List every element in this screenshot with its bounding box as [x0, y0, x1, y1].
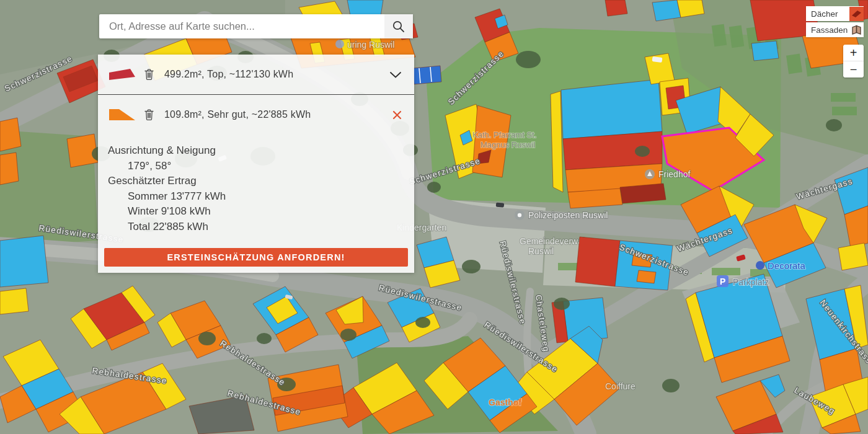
chevron-down-icon — [389, 71, 402, 78]
roof-shape-red-icon — [108, 67, 136, 82]
roof-row-1[interactable]: 499.2m², Top, ~112'130 kWh — [98, 55, 414, 94]
roof-shape-orange-icon — [108, 107, 136, 122]
parking-icon: P — [720, 277, 725, 286]
roof-summary-2: 109.8m², Sehr gut, ~22'885 kWh — [164, 109, 390, 120]
search-button[interactable] — [384, 14, 413, 38]
layer-fassaden-button[interactable]: Fassaden — [806, 22, 864, 37]
svg-text:Ruswil: Ruswil — [528, 246, 554, 256]
search-icon — [392, 20, 405, 33]
roof-summary-1: 499.2m², Top, ~112'130 kWh — [164, 69, 387, 80]
collapse-roof-1-button[interactable] — [387, 69, 404, 81]
search-bar — [99, 14, 413, 38]
yield-title: Geschätzter Ertrag — [108, 174, 404, 189]
poi-pfarramt: Kath. Pfarramt St. — [472, 130, 536, 140]
search-input[interactable] — [99, 14, 384, 38]
roof-selection-panel: 499.2m², Top, ~112'130 kWh 109.8m², Sehr… — [98, 55, 414, 273]
poi-partial: uring Ruswil — [347, 40, 394, 50]
delete-roof-2-button[interactable] — [141, 107, 157, 123]
trash-icon — [144, 69, 154, 81]
poi-polizeiposten: Polizeiposten Ruswil — [528, 210, 608, 220]
close-icon — [392, 110, 402, 120]
request-estimate-button[interactable]: ERSTEINSCHÄTZUNG ANFORDERN! — [104, 248, 408, 267]
fassaden-label: Fassaden — [806, 25, 848, 35]
yield-summer: Sommer 13'777 kWh — [108, 189, 404, 205]
remove-roof-2-button[interactable] — [390, 108, 404, 122]
layer-toggle: Dächer Fassaden — [806, 6, 864, 38]
app-window: Gemeindeverwaltung Ruswil — [0, 0, 868, 434]
poi-friedhof: Friedhof — [658, 169, 690, 179]
yield-total: Total 22'885 kWh — [108, 219, 404, 235]
poi-coiffure: Coiffure — [605, 381, 636, 391]
poi-decorata: Decorata — [768, 260, 806, 271]
orientation-title: Ausrichtung & Neigung — [108, 143, 404, 159]
facades-layer-icon — [849, 23, 864, 37]
roof-row-2[interactable]: 109.8m², Sehr gut, ~22'885 kWh — [98, 95, 414, 135]
daecher-label: Dächer — [806, 9, 838, 19]
orientation-value: 179°, 58° — [108, 159, 404, 174]
svg-text:Magnus Ruswil: Magnus Ruswil — [480, 140, 535, 149]
yield-winter: Winter 9'108 kWh — [108, 204, 404, 219]
zoom-in-button[interactable]: + — [843, 45, 864, 61]
map-zoom-control: + − — [843, 45, 864, 78]
poi-gasthof: Gasthof — [489, 397, 521, 407]
delete-roof-1-button[interactable] — [141, 66, 157, 83]
poi-parkplatz: Parkplatz — [733, 277, 769, 287]
zoom-out-button[interactable]: − — [843, 61, 864, 78]
roofs-layer-icon — [849, 7, 864, 21]
roof-details: Ausrichtung & Neigung 179°, 58° Geschätz… — [98, 135, 414, 238]
layer-daecher-button[interactable]: Dächer — [806, 6, 864, 21]
trash-icon — [144, 109, 154, 121]
